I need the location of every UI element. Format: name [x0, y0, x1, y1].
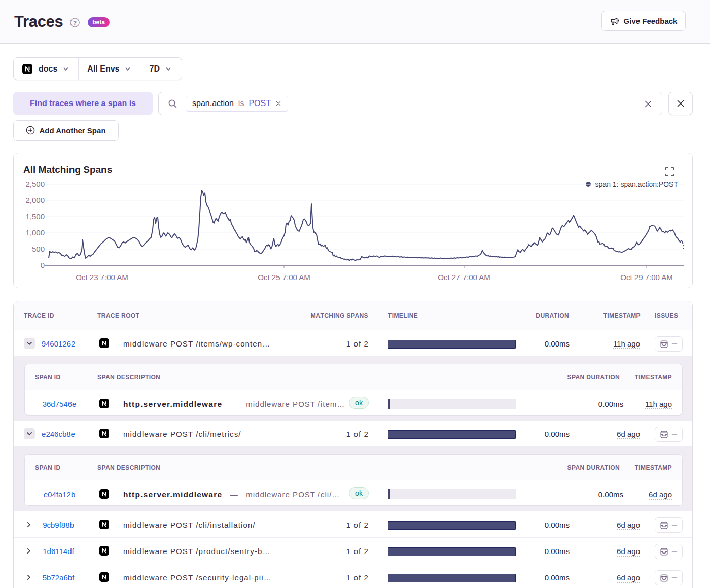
svg-text:?: ?: [73, 20, 77, 26]
